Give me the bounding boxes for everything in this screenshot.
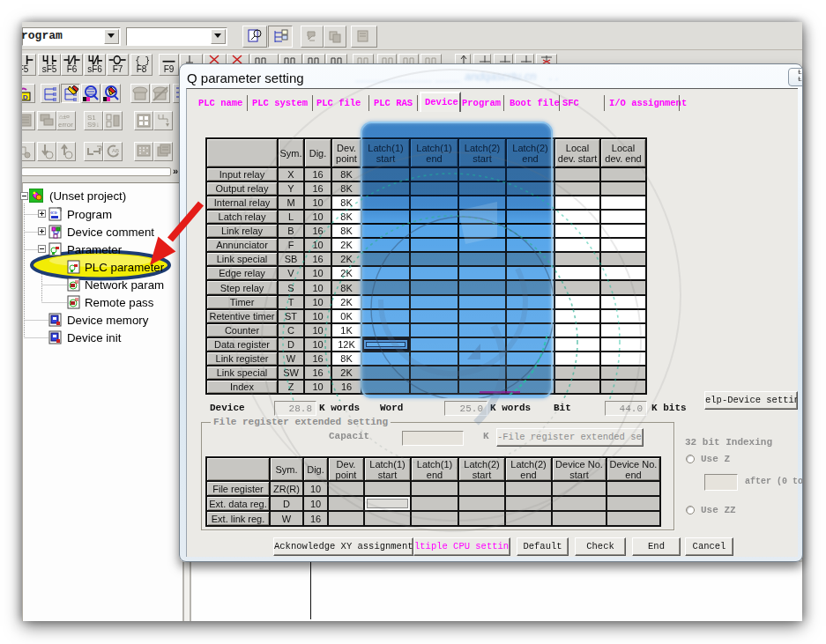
svg-text:«»: «» <box>50 210 57 216</box>
